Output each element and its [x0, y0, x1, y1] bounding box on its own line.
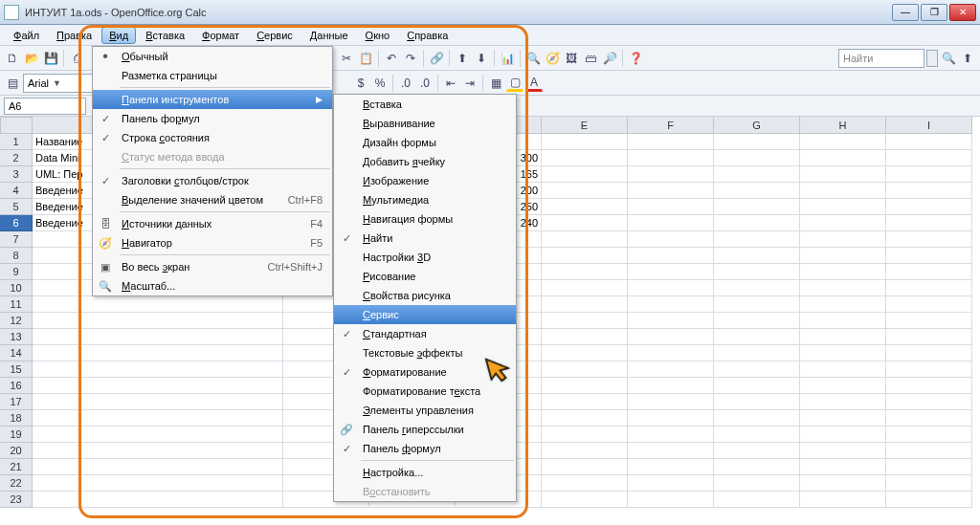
- find-prev-icon[interactable]: ⬆: [959, 50, 976, 67]
- percent-icon[interactable]: %: [371, 75, 389, 92]
- cell-I9[interactable]: [886, 264, 972, 280]
- cell-E23[interactable]: [542, 492, 628, 508]
- cell-A23[interactable]: [33, 492, 283, 508]
- cell-G17[interactable]: [714, 394, 800, 410]
- submenu-item[interactable]: Вставка: [334, 95, 516, 114]
- submenu-item[interactable]: Стандартная: [334, 324, 516, 343]
- datasource-icon[interactable]: 🗃: [582, 50, 599, 67]
- menu-справка[interactable]: Справка: [399, 27, 456, 44]
- cell-E1[interactable]: [542, 134, 628, 150]
- cell-H12[interactable]: [800, 313, 886, 329]
- view-menu-dropdown[interactable]: ОбычныйРазметка страницыПанели инструмен…: [92, 46, 333, 296]
- cell-F18[interactable]: [628, 410, 714, 427]
- cell-I10[interactable]: [886, 280, 972, 296]
- row-header[interactable]: 18: [0, 410, 33, 427]
- row-header[interactable]: 13: [0, 329, 33, 345]
- cell-H23[interactable]: [800, 492, 886, 508]
- menu-item[interactable]: Панели инструментов▶: [93, 90, 332, 109]
- menu-item[interactable]: 🧭НавигаторF5: [93, 233, 332, 252]
- menu-файл[interactable]: Файл: [6, 27, 47, 44]
- cell-E19[interactable]: [542, 427, 628, 443]
- menu-item[interactable]: 🗄Источники данныхF4: [93, 214, 332, 233]
- cell-F2[interactable]: [628, 150, 714, 166]
- cell-I20[interactable]: [886, 443, 972, 459]
- minimize-button[interactable]: —: [892, 4, 919, 21]
- cell-F20[interactable]: [628, 443, 714, 459]
- cell-G4[interactable]: [714, 183, 800, 199]
- cell-E15[interactable]: [542, 361, 628, 378]
- maximize-button[interactable]: ❐: [921, 4, 947, 21]
- row-header[interactable]: 4: [0, 183, 33, 199]
- cell-G22[interactable]: [714, 475, 800, 492]
- cell-E3[interactable]: [542, 166, 628, 183]
- submenu-item[interactable]: Изображение: [334, 171, 516, 190]
- col-header-H[interactable]: H: [800, 117, 886, 134]
- cell-E22[interactable]: [542, 475, 628, 492]
- cell-G14[interactable]: [714, 345, 800, 361]
- cell-G6[interactable]: [714, 215, 800, 231]
- submenu-item[interactable]: Элементы управления: [334, 401, 516, 420]
- cell-H22[interactable]: [800, 475, 886, 492]
- cell-E16[interactable]: [542, 378, 628, 394]
- find-dropdown-button[interactable]: [926, 50, 938, 67]
- submenu-item[interactable]: Рисование: [334, 267, 516, 286]
- cell-G5[interactable]: [714, 199, 800, 215]
- new-doc-icon[interactable]: 🗋: [4, 50, 21, 67]
- cell-I15[interactable]: [886, 361, 972, 378]
- cell-F23[interactable]: [628, 492, 714, 508]
- cell-G3[interactable]: [714, 166, 800, 183]
- submenu-item[interactable]: Дизайн формы: [334, 133, 516, 152]
- cell-F22[interactable]: [628, 475, 714, 492]
- submenu-item[interactable]: Панель формул: [334, 439, 516, 458]
- cell-E7[interactable]: [542, 231, 628, 248]
- cell-E2[interactable]: [542, 150, 628, 166]
- cell-H14[interactable]: [800, 345, 886, 361]
- fontcolor-icon[interactable]: A: [525, 75, 543, 92]
- cell-F17[interactable]: [628, 394, 714, 410]
- borders-icon[interactable]: ▦: [487, 75, 504, 92]
- cell-A13[interactable]: [33, 329, 283, 345]
- cell-H10[interactable]: [800, 280, 886, 296]
- cell-H4[interactable]: [800, 183, 886, 199]
- cell-H15[interactable]: [800, 361, 886, 378]
- menu-item[interactable]: Обычный: [93, 47, 332, 66]
- cell-I5[interactable]: [886, 199, 972, 215]
- menu-item[interactable]: Панель формул: [93, 109, 332, 128]
- find-field[interactable]: Найти: [838, 49, 924, 68]
- cell-G16[interactable]: [714, 378, 800, 394]
- cell-I13[interactable]: [886, 329, 972, 345]
- cell-I1[interactable]: [886, 134, 972, 150]
- cell-E10[interactable]: [542, 280, 628, 296]
- cell-I11[interactable]: [886, 296, 972, 313]
- cell-G7[interactable]: [714, 231, 800, 248]
- select-all-corner[interactable]: [0, 117, 33, 134]
- cell-I22[interactable]: [886, 475, 972, 492]
- submenu-item[interactable]: Добавить ячейку: [334, 152, 516, 171]
- cell-E21[interactable]: [542, 459, 628, 475]
- cell-H13[interactable]: [800, 329, 886, 345]
- cell-G11[interactable]: [714, 296, 800, 313]
- cell-G9[interactable]: [714, 264, 800, 280]
- cell-H2[interactable]: [800, 150, 886, 166]
- submenu-item[interactable]: 🔗Панель гиперссылки: [334, 420, 516, 439]
- submenu-item[interactable]: Свойства рисунка: [334, 286, 516, 305]
- cell-H20[interactable]: [800, 443, 886, 459]
- cell-F21[interactable]: [628, 459, 714, 475]
- cell-H8[interactable]: [800, 248, 886, 264]
- toolbars-submenu[interactable]: ВставкаВыравниваниеДизайн формыДобавить …: [333, 94, 517, 502]
- col-header-I[interactable]: I: [886, 117, 972, 134]
- cell-I18[interactable]: [886, 410, 972, 427]
- cell-A18[interactable]: [33, 410, 283, 427]
- bgcolor-icon[interactable]: ▢: [506, 75, 523, 92]
- menu-сервис[interactable]: Сервис: [249, 27, 301, 44]
- indent-dec-icon[interactable]: ⇤: [442, 75, 459, 92]
- cell-E13[interactable]: [542, 329, 628, 345]
- cell-I14[interactable]: [886, 345, 972, 361]
- cell-G12[interactable]: [714, 313, 800, 329]
- cell-G18[interactable]: [714, 410, 800, 427]
- cell-F13[interactable]: [628, 329, 714, 345]
- cell-I19[interactable]: [886, 427, 972, 443]
- row-header[interactable]: 7: [0, 231, 33, 248]
- row-header[interactable]: 1: [0, 134, 33, 150]
- cell-E6[interactable]: [542, 215, 628, 231]
